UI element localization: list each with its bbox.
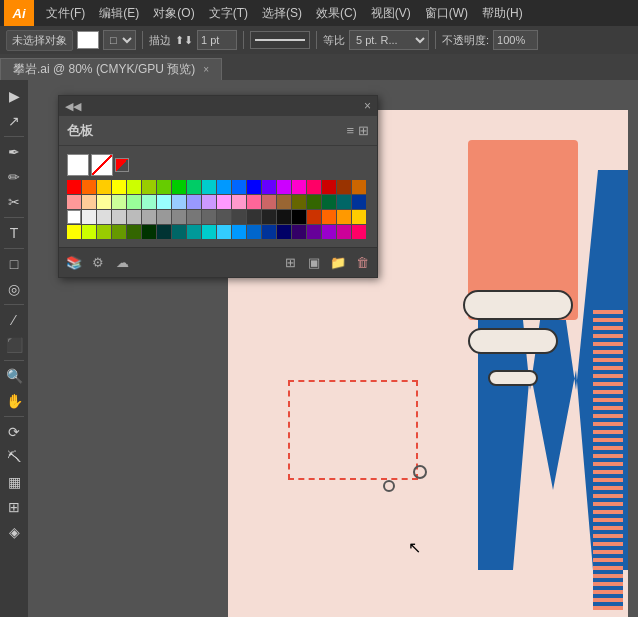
stroke-type-select[interactable]: □ (103, 30, 136, 50)
panel-new-swatch-button[interactable]: ▣ (305, 254, 323, 272)
swatch-0-0[interactable] (67, 180, 81, 194)
swatch-0-18[interactable] (337, 180, 351, 194)
document-tab[interactable]: 攀岩.ai @ 80% (CMYK/GPU 预览) × (0, 58, 222, 80)
swatch-0-16[interactable] (307, 180, 321, 194)
swatch-white[interactable] (67, 154, 89, 176)
swatch-2-3[interactable] (112, 210, 126, 224)
swatch-0-10[interactable] (217, 180, 231, 194)
swatch-0-7[interactable] (172, 180, 186, 194)
brush-select[interactable]: 5 pt. R... (349, 30, 429, 50)
swatch-1-18[interactable] (337, 195, 351, 209)
swatch-1-0[interactable] (67, 195, 81, 209)
swatch-0-3[interactable] (112, 180, 126, 194)
tool-type[interactable]: T (2, 221, 26, 245)
swatch-2-11[interactable] (232, 210, 246, 224)
panel-close-button[interactable]: × (364, 99, 371, 113)
swatch-1-16[interactable] (307, 195, 321, 209)
swatch-2-15[interactable] (292, 210, 306, 224)
swatch-0-4[interactable] (127, 180, 141, 194)
swatch-0-17[interactable] (322, 180, 336, 194)
swatch-2-6[interactable] (157, 210, 171, 224)
swatch-3-1[interactable] (82, 225, 96, 239)
swatch-0-15[interactable] (292, 180, 306, 194)
panel-show-swatch-kinds-button[interactable]: ⚙ (89, 254, 107, 272)
swatch-3-18[interactable] (337, 225, 351, 239)
panel-swatch-library-button[interactable]: 📚 (65, 254, 83, 272)
panel-collapse-icon[interactable]: ◀◀ (65, 100, 81, 113)
swatch-2-8[interactable] (187, 210, 201, 224)
swatch-1-15[interactable] (292, 195, 306, 209)
tool-mesh[interactable]: ⊞ (2, 495, 26, 519)
swatch-1-10[interactable] (217, 195, 231, 209)
swatch-1-9[interactable] (202, 195, 216, 209)
swatch-3-9[interactable] (202, 225, 216, 239)
menu-object[interactable]: 对象(O) (147, 3, 200, 24)
swatch-0-8[interactable] (187, 180, 201, 194)
swatch-3-10[interactable] (217, 225, 231, 239)
swatch-3-12[interactable] (247, 225, 261, 239)
swatch-3-19[interactable] (352, 225, 366, 239)
swatch-registration[interactable] (115, 158, 129, 172)
swatch-0-14[interactable] (277, 180, 291, 194)
swatch-none[interactable] (91, 154, 113, 176)
tool-warp[interactable]: ⛏ (2, 445, 26, 469)
tool-shape-builder[interactable]: ◈ (2, 520, 26, 544)
swatch-1-3[interactable] (112, 195, 126, 209)
menu-file[interactable]: 文件(F) (40, 3, 91, 24)
swatch-1-11[interactable] (232, 195, 246, 209)
swatch-0-2[interactable] (97, 180, 111, 194)
swatch-3-16[interactable] (307, 225, 321, 239)
tool-fill[interactable]: ⬛ (2, 333, 26, 357)
swatch-2-4[interactable] (127, 210, 141, 224)
swatch-3-8[interactable] (187, 225, 201, 239)
swatch-2-10[interactable] (217, 210, 231, 224)
swatch-0-9[interactable] (202, 180, 216, 194)
swatch-3-17[interactable] (322, 225, 336, 239)
tool-rect[interactable]: □ (2, 252, 26, 276)
swatch-3-7[interactable] (172, 225, 186, 239)
panel-delete-swatch-button[interactable]: 🗑 (353, 254, 371, 272)
tool-brush[interactable]: ✏ (2, 165, 26, 189)
swatch-3-13[interactable] (262, 225, 276, 239)
tool-pen[interactable]: ✒ (2, 140, 26, 164)
menu-window[interactable]: 窗口(W) (419, 3, 474, 24)
menu-type[interactable]: 文字(T) (203, 3, 254, 24)
swatch-1-4[interactable] (127, 195, 141, 209)
swatch-2-5[interactable] (142, 210, 156, 224)
tool-hand[interactable]: ✋ (2, 389, 26, 413)
swatch-2-9[interactable] (202, 210, 216, 224)
swatch-1-5[interactable] (142, 195, 156, 209)
menu-select[interactable]: 选择(S) (256, 3, 308, 24)
stroke-style-preview[interactable] (250, 31, 310, 49)
panel-grid-view-button[interactable]: ⊞ (358, 123, 369, 138)
swatch-1-1[interactable] (82, 195, 96, 209)
swatch-1-13[interactable] (262, 195, 276, 209)
swatch-3-14[interactable] (277, 225, 291, 239)
swatch-0-5[interactable] (142, 180, 156, 194)
swatch-0-13[interactable] (262, 180, 276, 194)
menu-help[interactable]: 帮助(H) (476, 3, 529, 24)
swatch-0-19[interactable] (352, 180, 366, 194)
swatch-2-18[interactable] (337, 210, 351, 224)
tab-close-button[interactable]: × (203, 64, 209, 75)
tool-scissors[interactable]: ✂ (2, 190, 26, 214)
swatch-1-8[interactable] (187, 195, 201, 209)
swatch-2-7[interactable] (172, 210, 186, 224)
stroke-width-input[interactable] (197, 30, 237, 50)
swatch-3-15[interactable] (292, 225, 306, 239)
swatch-1-12[interactable] (247, 195, 261, 209)
swatch-2-0[interactable] (67, 210, 81, 224)
tool-line[interactable]: ∕ (2, 308, 26, 332)
swatch-3-3[interactable] (112, 225, 126, 239)
swatch-3-5[interactable] (142, 225, 156, 239)
swatch-0-11[interactable] (232, 180, 246, 194)
menu-effect[interactable]: 效果(C) (310, 3, 363, 24)
swatch-2-13[interactable] (262, 210, 276, 224)
panel-new-color-group-button[interactable]: ⊞ (281, 254, 299, 272)
swatch-2-17[interactable] (322, 210, 336, 224)
swatch-2-2[interactable] (97, 210, 111, 224)
swatch-2-1[interactable] (82, 210, 96, 224)
panel-cloud-button[interactable]: ☁ (113, 254, 131, 272)
swatch-3-11[interactable] (232, 225, 246, 239)
swatch-2-14[interactable] (277, 210, 291, 224)
